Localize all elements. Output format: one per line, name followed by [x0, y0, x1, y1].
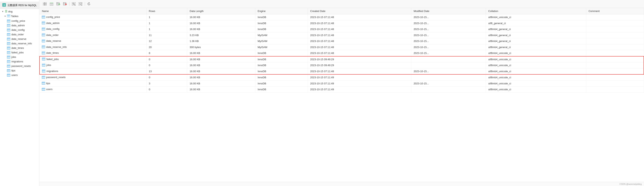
- sidebar-tables-section[interactable]: ▼ Tables: [0, 14, 39, 19]
- table-row[interactable]: data_admin116.00 KBInnoDB2023-10-15 07:1…: [40, 20, 644, 26]
- cell-collation: utf8mb4_general_ci: [486, 26, 586, 32]
- app-db-icon: 云: [2, 3, 6, 7]
- app-title: 云数据库 RDS for MySQL: [8, 3, 37, 7]
- cell-data-length: 16.00 KB: [187, 26, 255, 32]
- cell-comment: [586, 56, 644, 62]
- sidebar-item-data_config[interactable]: data_config: [0, 28, 39, 32]
- delete-table-button[interactable]: [62, 1, 68, 7]
- tables-label: Tables: [11, 15, 18, 18]
- table-row[interactable]: data_config116.00 KBInnoDB2023-10-15 07:…: [40, 26, 644, 32]
- table-row[interactable]: config_price116.00 KBInnoDB2023-10-15 07…: [40, 14, 644, 20]
- svg-rect-30: [7, 47, 10, 49]
- svg-rect-91: [42, 22, 45, 24]
- table-label: data_admin: [12, 24, 25, 27]
- cell-comment: [586, 32, 644, 38]
- sidebar-item-data_order[interactable]: data_order: [0, 32, 39, 37]
- sidebar-item-config_price[interactable]: config_price: [0, 19, 39, 23]
- table-icon: [7, 24, 10, 27]
- col-modified[interactable]: Modified Date: [411, 8, 486, 14]
- cell-modified: 2023-10-15...: [411, 38, 486, 44]
- svg-line-84: [81, 4, 82, 5]
- cell-modified: 2023-10-15...: [411, 81, 486, 87]
- refresh-button[interactable]: [86, 1, 92, 7]
- cell-rows: 1: [146, 26, 187, 32]
- table-row[interactable]: users016.00 KBInnoDB2023-10-15 07:11:49u…: [40, 87, 644, 93]
- cell-engine: InnoDB: [255, 20, 308, 26]
- cell-data-length: 16.00 KB: [187, 50, 255, 56]
- table-icon: [7, 29, 10, 31]
- cell-created: 2023-10-15 07:11:49: [308, 74, 411, 81]
- cell-rows: 13: [146, 68, 187, 74]
- query-edit-button[interactable]: [77, 1, 84, 7]
- sidebar-db-item[interactable]: ▼ 🗄 dog: [0, 9, 39, 14]
- table-icon: [7, 38, 10, 40]
- cell-engine: InnoDB: [255, 26, 308, 32]
- svg-text:云: 云: [3, 4, 5, 6]
- table-view-button[interactable]: [48, 1, 55, 7]
- cell-data-length: 16.00 KB: [187, 20, 255, 26]
- sidebar-item-date_times[interactable]: date_times: [0, 46, 39, 50]
- cell-created: 2023-10-15 07:11:48: [308, 14, 411, 20]
- sidebar-item-users[interactable]: users: [0, 73, 39, 77]
- col-engine[interactable]: Engine: [255, 8, 308, 14]
- table-row[interactable]: data_reserve121.36 KBMyISAM2023-10-15 07…: [40, 38, 644, 44]
- footer: CSDN @wonmeijubleg: [39, 182, 644, 186]
- table-icon: [7, 47, 10, 49]
- grid-view-button[interactable]: [42, 1, 48, 7]
- cell-comment: [586, 74, 644, 81]
- table-icon: [7, 51, 10, 54]
- sidebar-item-data_admin[interactable]: data_admin: [0, 23, 39, 28]
- svg-rect-50: [7, 69, 10, 72]
- sidebar-item-data_reserve[interactable]: data_reserve: [0, 37, 39, 41]
- sidebar-item-password_resets[interactable]: password_resets: [0, 64, 39, 68]
- cell-comment: [586, 68, 644, 74]
- table-row[interactable]: data_order113.23 KBMyISAM2023-10-15 07:1…: [40, 32, 644, 38]
- svg-rect-59: [45, 2, 46, 4]
- sidebar-item-data_reserve_info[interactable]: data_reserve_info: [0, 41, 39, 46]
- table-row[interactable]: migrations1316.00 KBInnoDB2023-10-15 07:…: [40, 68, 644, 74]
- main-content: Name Rows Data Length Engine Created Dat…: [39, 0, 644, 186]
- cell-name: data_order: [40, 32, 146, 38]
- col-comment[interactable]: Comment: [586, 8, 644, 14]
- svg-rect-123: [42, 70, 45, 72]
- col-name[interactable]: Name: [40, 8, 146, 14]
- cell-data-length: 16.00 KB: [187, 14, 255, 20]
- cell-collation: utf8mb4_unicode_ci: [486, 62, 586, 69]
- col-rows[interactable]: Rows: [146, 8, 187, 14]
- svg-rect-26: [7, 42, 10, 45]
- cell-created: 2023-10-15 07:11:48: [308, 26, 411, 32]
- table-row[interactable]: date_times816.00 KBInnoDB2023-10-15 07:1…: [40, 50, 644, 56]
- table-row[interactable]: tips316.00 KBInnoDB2023-10-15 07:11:4920…: [40, 81, 644, 87]
- add-table-button[interactable]: [55, 1, 61, 7]
- table-row[interactable]: failed_jobs016.00 KBInnoDB2023-10-15 09:…: [40, 56, 644, 62]
- cell-data-length: 16.00 KB: [187, 56, 255, 62]
- cell-created: 2023-10-15 07:11:48: [308, 32, 411, 38]
- db-icon-green: 🗄: [5, 10, 8, 13]
- table-row[interactable]: data_reserve_info20300 bytesMyISAM2023-1…: [40, 44, 644, 50]
- sidebar-item-migrations[interactable]: migrations: [0, 59, 39, 64]
- sidebar-item-tips[interactable]: tips: [0, 68, 39, 73]
- cell-name: password_resets: [40, 74, 146, 81]
- cell-engine: InnoDB: [255, 56, 308, 62]
- cell-rows: 1: [146, 20, 187, 26]
- table-label: data_reserve_info: [12, 42, 32, 45]
- cell-collation: utf8mb4_unicode_ci: [486, 14, 586, 20]
- sidebar-item-jobs[interactable]: jobs: [0, 55, 39, 59]
- query-view-button[interactable]: [70, 1, 77, 7]
- cell-name: failed_jobs: [40, 56, 146, 62]
- svg-rect-38: [7, 56, 10, 58]
- cell-data-length: 3.23 KB: [187, 32, 255, 38]
- table-label: data_reserve: [12, 37, 26, 40]
- col-created[interactable]: Created Date: [308, 8, 411, 14]
- svg-rect-95: [42, 28, 45, 30]
- cell-created: 2023-10-15 07:11:48: [308, 20, 411, 26]
- svg-rect-131: [42, 82, 45, 85]
- cell-name: date_times: [40, 50, 146, 56]
- cell-modified: 2023-10-15...: [411, 20, 486, 26]
- col-data-length[interactable]: Data Length: [187, 8, 255, 14]
- table-row[interactable]: jobs016.00 KBInnoDB2023-10-15 09:49:29ut…: [40, 62, 644, 69]
- col-collation[interactable]: Collation: [486, 8, 586, 14]
- sidebar-item-failed_jobs[interactable]: failed_jobs: [0, 50, 39, 55]
- table-row[interactable]: password_resets016.00 KBInnoDB2023-10-15…: [40, 74, 644, 81]
- svg-rect-103: [42, 40, 45, 42]
